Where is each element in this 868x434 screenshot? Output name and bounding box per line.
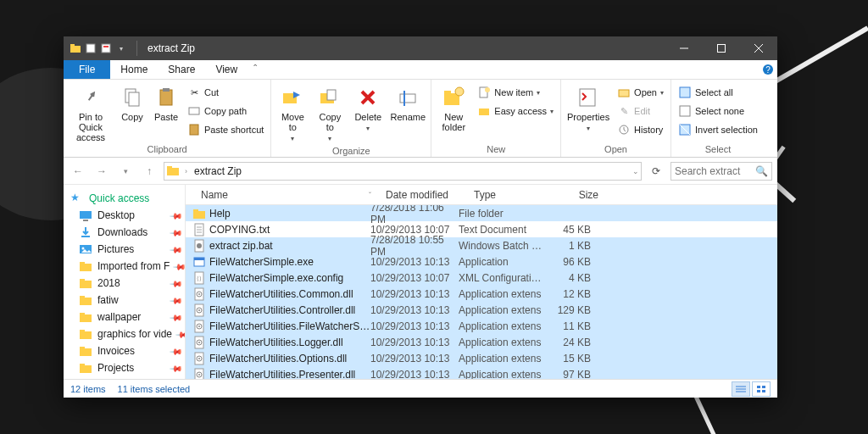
- file-size: 1 KB: [543, 240, 591, 252]
- new-folder-button[interactable]: New folder: [435, 81, 472, 132]
- search-box[interactable]: 🔍: [670, 162, 772, 181]
- dropdown-icon[interactable]: ▾: [114, 42, 128, 55]
- details-view-button[interactable]: [732, 381, 750, 397]
- copy-path-button[interactable]: Copy path: [184, 102, 267, 120]
- sidebar-item[interactable]: 2018📌: [64, 275, 185, 292]
- table-row[interactable]: FileWatcherUtilities.FileWatcherServiceC…: [186, 318, 777, 334]
- invert-selection-icon: [678, 123, 692, 136]
- maximize-button[interactable]: [703, 36, 740, 60]
- svg-rect-31: [680, 87, 690, 97]
- address-bar[interactable]: › extract Zip ⌄: [164, 162, 642, 181]
- file-date: 10/29/2013 10:13: [370, 337, 459, 348]
- forward-button[interactable]: →: [92, 162, 111, 181]
- tab-share[interactable]: Share: [158, 60, 205, 79]
- svg-rect-27: [479, 108, 489, 115]
- folder-icon: [79, 361, 92, 375]
- help-icon[interactable]: ?: [759, 60, 777, 79]
- window-title: extract Zip: [141, 42, 195, 54]
- table-row[interactable]: Help7/28/2018 11:06 PMFile folder: [186, 205, 777, 221]
- folder-icon: [79, 276, 92, 290]
- pin-icon: 📌: [170, 276, 183, 290]
- svg-rect-20: [400, 94, 415, 103]
- collapse-ribbon-icon[interactable]: ˆ: [248, 60, 263, 79]
- edit-button[interactable]: ✎Edit: [614, 102, 667, 120]
- invert-selection-button[interactable]: Invert selection: [675, 120, 761, 139]
- column-date[interactable]: Date modified: [379, 185, 467, 204]
- new-item-button[interactable]: New item ▾: [474, 83, 557, 102]
- sidebar-item-label: Downloads: [97, 226, 147, 238]
- explorer-window: ▾ extract Zip File Home Share View ˆ ? P…: [64, 36, 777, 398]
- icons-view-button[interactable]: [752, 381, 771, 397]
- refresh-button[interactable]: ⟳: [647, 165, 665, 177]
- table-row[interactable]: FileWatcherUtilities.Presenter.dll10/29/…: [186, 366, 777, 379]
- checkbox-icon[interactable]: [84, 42, 97, 55]
- cfg-icon: ⟨⟩: [192, 271, 206, 285]
- svg-rect-97: [762, 390, 765, 392]
- table-row[interactable]: FileWatcherUtilities.Logger.dll10/29/201…: [186, 334, 777, 350]
- file-size: 11 KB: [543, 320, 591, 332]
- close-button[interactable]: [740, 36, 777, 60]
- file-date: 7/28/2018 10:55 PM: [370, 234, 459, 258]
- column-name[interactable]: Nameˇ: [194, 185, 379, 204]
- new-folder-icon: [440, 85, 467, 110]
- file-list[interactable]: Help7/28/2018 11:06 PMFile folderCOPYING…: [186, 205, 777, 379]
- sidebar-item[interactable]: Projects📌: [64, 359, 185, 376]
- table-row[interactable]: FileWatcherUtilities.Common.dll10/29/201…: [186, 286, 777, 302]
- paste-button[interactable]: Paste: [150, 81, 182, 122]
- copy-button[interactable]: Copy: [116, 81, 148, 122]
- svg-rect-42: [80, 262, 85, 264]
- tab-file[interactable]: File: [64, 60, 110, 79]
- search-input[interactable]: [675, 165, 743, 177]
- minimize-button[interactable]: [665, 36, 703, 60]
- history-button[interactable]: History: [614, 120, 667, 139]
- paste-shortcut-button[interactable]: Paste shortcut: [184, 120, 267, 139]
- up-button[interactable]: ↑: [140, 162, 159, 181]
- rename-button[interactable]: Rename: [388, 81, 427, 122]
- table-row[interactable]: COPYING.txt10/29/2013 10:07Text Document…: [186, 221, 777, 237]
- properties-button[interactable]: Properties▾: [565, 81, 612, 134]
- sidebar-item[interactable]: Pictures📌: [64, 241, 185, 258]
- easy-access-button[interactable]: Easy access ▾: [474, 102, 557, 120]
- file-name: extract zip.bat: [209, 240, 370, 252]
- table-row[interactable]: extract zip.bat7/28/2018 10:55 PMWindows…: [186, 237, 777, 253]
- group-label-clipboard: Clipboard: [67, 142, 267, 157]
- recent-button[interactable]: ▾: [116, 162, 135, 181]
- back-button[interactable]: ←: [69, 162, 87, 181]
- table-row[interactable]: FileWatcherUtilities.Options.dll10/29/20…: [186, 350, 777, 366]
- column-size[interactable]: Size: [552, 185, 606, 204]
- sidebar-quick-access[interactable]: ★ Quick access: [64, 190, 185, 207]
- sidebar-item-label: wallpaper: [97, 311, 141, 323]
- select-none-button[interactable]: Select none: [675, 102, 761, 120]
- sidebar-item-label: graphics for vide: [97, 328, 172, 340]
- file-name: FileWatcherUtilities.Presenter.dll: [209, 369, 370, 380]
- sidebar-item[interactable]: Invoices📌: [64, 342, 185, 359]
- sidebar-item[interactable]: wallpaper📌: [64, 309, 185, 326]
- chevron-down-icon[interactable]: ⌄: [632, 167, 639, 175]
- table-row[interactable]: FileWatcherUtilities.Controller.dll10/29…: [186, 302, 777, 318]
- breadcrumb[interactable]: extract Zip: [191, 165, 245, 177]
- svg-rect-52: [80, 347, 85, 349]
- table-row[interactable]: ⟨⟩FileWatcherSimple.exe.config10/29/2013…: [186, 270, 777, 286]
- delete-button[interactable]: Delete▾: [349, 81, 387, 134]
- sidebar-item[interactable]: fatiw📌: [64, 292, 185, 309]
- tab-home[interactable]: Home: [110, 60, 158, 79]
- cut-button[interactable]: ✂Cut: [184, 83, 267, 102]
- column-type[interactable]: Type: [467, 185, 552, 204]
- move-to-button[interactable]: Move to▾: [275, 81, 310, 144]
- sidebar-item[interactable]: Downloads📌: [64, 224, 185, 241]
- tab-view[interactable]: View: [205, 60, 248, 79]
- select-all-button[interactable]: Select all: [675, 83, 761, 102]
- copy-to-button[interactable]: Copy to▾: [312, 81, 348, 144]
- properties-icon[interactable]: [99, 42, 113, 55]
- sidebar-item[interactable]: graphics for vide📌: [64, 326, 185, 342]
- sidebar-item[interactable]: Imported from F📌: [64, 258, 185, 275]
- open-button[interactable]: Open ▾: [614, 83, 667, 102]
- table-row[interactable]: FileWatcherSimple.exe10/29/2013 10:13App…: [186, 253, 777, 270]
- pin-to-quick-access-button[interactable]: Pin to Quick access: [67, 81, 114, 142]
- sidebar-item[interactable]: Desktop📌: [64, 207, 185, 224]
- folder-icon: [166, 164, 181, 179]
- svg-text:?: ?: [765, 65, 771, 75]
- file-type: Application extens: [459, 320, 543, 332]
- pin-icon: [77, 85, 104, 110]
- dll-icon: [192, 368, 206, 380]
